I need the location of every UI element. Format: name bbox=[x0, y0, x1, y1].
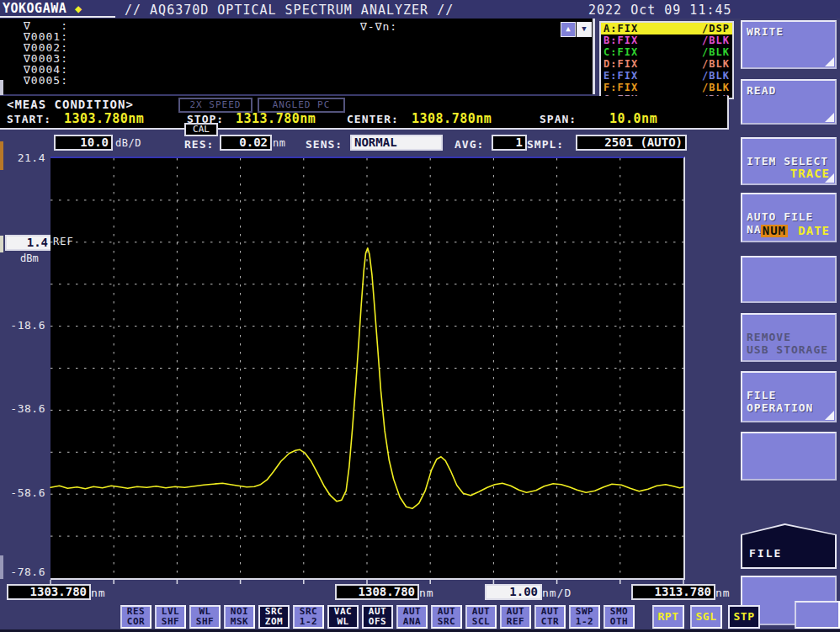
res-unit: nm bbox=[273, 137, 285, 149]
sens-value[interactable]: NORMAL bbox=[350, 135, 443, 151]
trace-row-d[interactable]: D:FIX/BLK bbox=[601, 58, 732, 70]
remove-usb-storage-button: REMOVE USB STORAGE bbox=[741, 313, 837, 362]
res-label: RES: bbox=[184, 138, 214, 151]
toolbar-wl-shf-button[interactable]: WLSHF bbox=[189, 605, 221, 629]
x-stop-unit: nm bbox=[715, 587, 731, 599]
trace-row-a[interactable]: A:FIX/DSP bbox=[601, 23, 732, 35]
x-scale-value[interactable]: 1.00 bbox=[485, 584, 542, 600]
sens-label: SENS: bbox=[306, 138, 343, 151]
x-center-unit: nm bbox=[419, 587, 434, 599]
bezel-marker bbox=[0, 80, 3, 95]
toolbar-src-1-2-button[interactable]: SRC1-2 bbox=[293, 605, 324, 629]
file-menu-label: FILE bbox=[749, 547, 782, 560]
toolbar-aut-ofs-button[interactable]: AUTOFS bbox=[362, 605, 393, 629]
meas-condition-panel: <MEAS CONDITION> 2X SPEED ANGLED PC STAR… bbox=[0, 96, 729, 130]
avg-value[interactable]: 1 bbox=[492, 135, 527, 151]
db-per-div-value[interactable]: 10.0 bbox=[54, 135, 113, 151]
write-label: WRITE bbox=[747, 25, 784, 38]
read-label: READ bbox=[747, 84, 776, 97]
sweep-repeat-button[interactable]: RPT bbox=[652, 605, 684, 629]
brand-text: YOKOGAWA bbox=[3, 1, 66, 16]
trace-row-c[interactable]: C:FIX/BLK bbox=[601, 46, 732, 58]
toolbar-smo-oth-button[interactable]: SMOOTH bbox=[603, 605, 635, 629]
trace-status: /BLK bbox=[702, 58, 730, 70]
bezel-marker bbox=[0, 236, 3, 252]
auto-file-date-option[interactable]: DATE bbox=[798, 225, 830, 237]
x-start-unit: nm bbox=[91, 587, 106, 599]
x-center-value[interactable]: 1308.780 bbox=[335, 584, 419, 600]
toolbar-res-cor-button[interactable]: RESCOR bbox=[120, 605, 152, 629]
read-button[interactable]: READ bbox=[741, 79, 837, 125]
sweep-stop-button[interactable]: STP bbox=[728, 605, 760, 629]
item-select-label: ITEM SELECT bbox=[747, 155, 828, 167]
trace-id: A:FIX bbox=[603, 23, 638, 35]
auto-file-name-button[interactable]: AUTO FILE NAME NUM DATE bbox=[741, 193, 837, 242]
toolbar-src-zom-button[interactable]: SRCZOM bbox=[258, 605, 290, 629]
x-start-value[interactable]: 1303.780 bbox=[7, 584, 91, 600]
trace-status: /BLK bbox=[702, 46, 730, 58]
toolbar-aut-ana-button[interactable]: AUTANA bbox=[396, 605, 428, 629]
item-select-button[interactable]: ITEM SELECT TRACE bbox=[741, 137, 837, 185]
brand-diamond-icon: ◆ bbox=[75, 2, 82, 15]
cal-badge: CAL bbox=[184, 123, 218, 136]
toolbar-lvl-shf-button[interactable]: LVLSHF bbox=[155, 605, 186, 629]
file-row[interactable]: ∇0005: bbox=[24, 75, 68, 86]
res-value[interactable]: 0.02 bbox=[220, 135, 272, 151]
toolbar-aut-scl-button[interactable]: AUTSCL bbox=[465, 605, 497, 629]
trace-status: /DSP bbox=[702, 23, 730, 35]
trace-row-f[interactable]: F:FIX/BLK bbox=[601, 82, 732, 93]
y-axis-label-top: 21.4 bbox=[0, 151, 45, 164]
trace-id: F:FIX bbox=[603, 82, 638, 93]
y-axis-label: -18.6 bbox=[0, 319, 45, 332]
smpl-value[interactable]: 2501 (AUTO) bbox=[576, 135, 687, 151]
span-value: 10.0nm bbox=[609, 111, 657, 126]
y-axis-label: -38.6 bbox=[0, 402, 45, 415]
osa-screen: YOKOGAWA ◆ // AQ6370D OPTICAL SPECTRUM A… bbox=[0, 0, 840, 632]
trace-status: /BLK bbox=[702, 35, 730, 46]
toolbar-swp-1-2-button[interactable]: SWP1-2 bbox=[569, 605, 600, 629]
sweep-control-bar: RPT SGL STP bbox=[652, 605, 760, 629]
start-label: START: bbox=[7, 113, 51, 125]
spectrum-trace-svg bbox=[51, 158, 683, 584]
corner-blank-key bbox=[795, 601, 840, 629]
start-value: 1303.780nm bbox=[64, 111, 144, 126]
center-value: 1308.780nm bbox=[412, 111, 492, 126]
trace-row-e[interactable]: E:FIX/BLK bbox=[601, 70, 732, 82]
scroll-up-button[interactable]: ▲ bbox=[561, 22, 576, 37]
remove-usb-storage-label: REMOVE USB STORAGE bbox=[747, 331, 828, 356]
avg-label: AVG: bbox=[455, 138, 484, 151]
ref-level-unit: dBm bbox=[20, 252, 39, 264]
toolbar-vac-wl-button[interactable]: VACWL bbox=[327, 605, 359, 629]
x-stop-value[interactable]: 1313.780 bbox=[631, 584, 715, 600]
file-operation-button[interactable]: FILE OPERATION bbox=[741, 371, 837, 422]
toolbar-aut-src-button[interactable]: AUTSRC bbox=[431, 605, 462, 629]
write-button[interactable]: WRITE bbox=[741, 20, 837, 69]
scroll-down-button[interactable]: ▼ bbox=[577, 22, 592, 37]
toolbar-aut-ref-button[interactable]: AUTREF bbox=[500, 605, 531, 629]
spectrum-plot[interactable]: REF bbox=[51, 157, 685, 580]
toolbar-noi-msk-button[interactable]: NOIMSK bbox=[224, 605, 255, 629]
sweep-single-button[interactable]: SGL bbox=[690, 605, 722, 629]
stop-value: 1313.780nm bbox=[236, 111, 316, 126]
file-list-panel: ∇ : ∇0001: ∇0002: ∇0003: ∇0004: ∇0005: ∇… bbox=[0, 19, 595, 94]
y-axis-label: -78.6 bbox=[0, 566, 45, 578]
page-title: // AQ6370D OPTICAL SPECTRUM ANALYZER // bbox=[125, 3, 454, 18]
toolbar-aut-ctr-button[interactable]: AUTCTR bbox=[534, 605, 566, 629]
span-label: SPAN: bbox=[540, 113, 577, 125]
center-label: CENTER: bbox=[347, 113, 399, 125]
datetime: 2022 Oct 09 11:45 bbox=[588, 3, 732, 18]
soft-key-blank-1 bbox=[741, 256, 837, 303]
trace-id: D:FIX bbox=[603, 58, 638, 70]
trace-status-panel: A:FIX/DSP B:FIX/BLK C:FIX/BLK D:FIX/BLK … bbox=[599, 21, 734, 99]
yokogawa-logo: YOKOGAWA ◆ bbox=[3, 1, 82, 16]
auto-file-num-option[interactable]: NUM bbox=[761, 225, 788, 237]
db-per-div-unit: dB/D bbox=[115, 137, 141, 149]
bezel-marker bbox=[0, 141, 3, 170]
ref-level-value[interactable]: 1.4 bbox=[5, 235, 52, 251]
file-menu-tab-face: FILE bbox=[742, 525, 835, 567]
logo-underline bbox=[0, 16, 115, 18]
file-menu-tab[interactable]: FILE bbox=[741, 523, 837, 569]
trace-id: C:FIX bbox=[603, 46, 638, 58]
trace-row-b[interactable]: B:FIX/BLK bbox=[601, 35, 732, 46]
range-label: ∇-∇n: bbox=[360, 20, 397, 33]
